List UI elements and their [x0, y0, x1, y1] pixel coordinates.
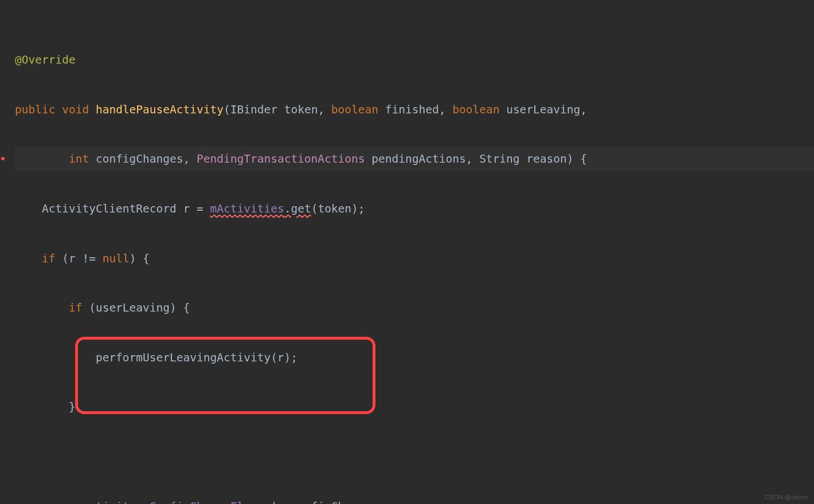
param-name: userLeaving [506, 103, 580, 116]
param-type: IBinder [230, 103, 277, 116]
keyword-null: null [103, 252, 130, 265]
code-line[interactable]: ActivityClientRecord r = mActivities.get… [15, 196, 814, 221]
method-call: get [291, 202, 311, 215]
comma: , [318, 103, 331, 116]
code-editor[interactable]: @Override public void handlePauseActivit… [0, 0, 814, 504]
code-line[interactable] [15, 444, 814, 469]
param-type: PendingTransactionActions [197, 152, 365, 166]
local-var: r [183, 202, 190, 215]
param-type: String [479, 152, 519, 166]
field-ref: mActivities [210, 202, 284, 215]
comma: , [580, 103, 587, 116]
cond: (userLeaving) { [89, 301, 190, 314]
param-name: finished [385, 103, 439, 116]
keyword-void: void [62, 103, 89, 116]
param-name: pendingActions [371, 152, 465, 166]
call-args: (token); [311, 202, 365, 215]
param-type: boolean [331, 103, 378, 116]
keyword-public: public [15, 103, 55, 116]
keyword-if: if [69, 301, 82, 314]
code-line[interactable]: } [15, 395, 814, 419]
comma: , [439, 103, 452, 116]
dot: . [136, 500, 143, 504]
watermark: CSDN @devnn [765, 494, 808, 501]
cond: (r != [62, 252, 102, 265]
dot: . [284, 202, 291, 215]
local-type: ActivityClientRecord [42, 202, 177, 215]
method-name: handlePauseActivity [96, 103, 224, 116]
code-line-highlighted[interactable]: int configChanges, PendingTransactionAct… [15, 147, 814, 171]
brace-close: } [69, 400, 76, 414]
paren-open: ( [224, 103, 230, 116]
breakpoint-indicator[interactable] [1, 157, 5, 160]
keyword-if: if [42, 252, 55, 265]
comma: , [183, 152, 197, 166]
param-name: token [284, 103, 318, 116]
code-line[interactable]: performUserLeavingActivity(r); [15, 345, 814, 370]
code-line[interactable]: if (userLeaving) { [15, 296, 814, 320]
param-name: reason [526, 152, 566, 166]
code-line[interactable]: if (r != null) { [15, 246, 814, 271]
expr-tail: |= configChanges; [264, 500, 385, 504]
field-ref: activity [82, 500, 136, 504]
paren-close: ) { [567, 152, 587, 166]
code-line[interactable]: r.activity.mConfigChangeFlags |= configC… [15, 494, 814, 504]
annotation: @Override [15, 53, 76, 66]
param-name: configChanges [96, 152, 183, 166]
expr: r. [69, 500, 82, 504]
param-type: int [69, 152, 89, 166]
cond-close: ) { [130, 252, 150, 265]
param-type: boolean [452, 103, 499, 116]
code-line[interactable]: @Override [15, 48, 814, 72]
equals: = [197, 202, 210, 215]
method-call: performUserLeavingActivity(r); [96, 351, 298, 364]
field-ref: mConfigChangeFlags [143, 500, 264, 504]
code-line[interactable]: public void handlePauseActivity(IBinder … [15, 97, 814, 122]
comma: , [466, 152, 479, 166]
